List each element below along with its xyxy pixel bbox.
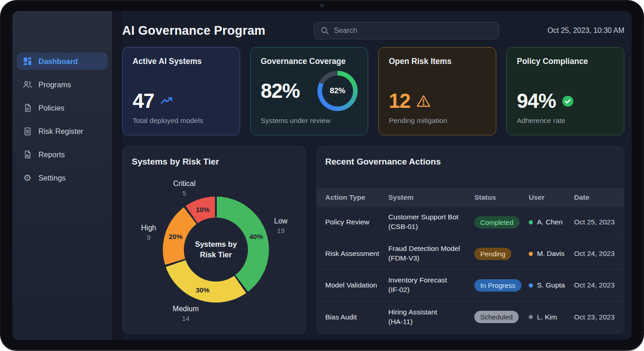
table-row[interactable]: Policy Review Customer Support Bot(CSB-0… bbox=[317, 207, 624, 238]
kpi-subtitle: Systems under review bbox=[261, 117, 358, 125]
search-input[interactable] bbox=[334, 27, 493, 35]
search-box[interactable] bbox=[314, 22, 499, 39]
sidebar-divider bbox=[112, 11, 122, 340]
cell-user: M. Davis bbox=[529, 250, 574, 258]
donut-pct-high: 20% bbox=[169, 233, 182, 240]
user-status-dot bbox=[529, 315, 533, 319]
donut-label-critical: Critical 5 bbox=[173, 179, 196, 198]
status-badge: Completed bbox=[474, 216, 520, 229]
datetime-label: Oct 25, 2023, 10:30 AM bbox=[547, 27, 624, 35]
trend-up-icon bbox=[160, 96, 174, 106]
user-status-dot bbox=[529, 252, 533, 256]
sidebar-item-label: Settings bbox=[38, 174, 66, 182]
check-circle-icon bbox=[562, 95, 574, 107]
cell-action: Risk Assessment bbox=[325, 250, 388, 258]
panel-title: Systems by Risk Tier bbox=[132, 157, 219, 167]
user-status-dot bbox=[529, 283, 533, 287]
governance-actions-panel: Recent Governance Actions Action Type Sy… bbox=[317, 146, 624, 334]
cell-user: S. Gupta bbox=[529, 281, 574, 289]
clipboard-list-icon bbox=[22, 126, 32, 136]
coverage-ring: 82% bbox=[317, 71, 358, 111]
cell-action: Model Validation bbox=[325, 281, 388, 289]
cell-system: Inventory Forecast(IF-02) bbox=[388, 276, 474, 295]
status-badge: Pending bbox=[474, 248, 511, 260]
main-content: AI Governance Program Oct 25, 2023, 10:3… bbox=[122, 11, 632, 340]
camera-icon bbox=[320, 3, 324, 8]
bottom-row: Systems by Risk Tier Critical 5 High 9 L… bbox=[122, 146, 624, 334]
kpi-title: Governance Coverage bbox=[261, 57, 358, 66]
risk-tier-panel: Systems by Risk Tier Critical 5 High 9 L… bbox=[122, 146, 306, 334]
sidebar-item-label: Policies bbox=[38, 104, 64, 112]
sidebar-item-policies[interactable]: Policies bbox=[17, 99, 107, 117]
cell-system: Customer Support Bot(CSB-01) bbox=[388, 213, 474, 232]
donut-label-high: High 9 bbox=[141, 223, 156, 242]
sidebar-item-label: Reports bbox=[38, 150, 65, 159]
cell-user: A. Chen bbox=[529, 218, 574, 226]
donut-pct-medium: 30% bbox=[196, 286, 209, 294]
cell-date: Oct 23, 2023 bbox=[574, 313, 624, 321]
cell-status: Completed bbox=[474, 216, 529, 229]
sidebar-item-programs[interactable]: Programs bbox=[17, 76, 107, 93]
cell-date: Oct 24, 2023 bbox=[574, 250, 624, 258]
page-title: AI Governance Program bbox=[122, 24, 265, 38]
donut-label-medium: Medium 14 bbox=[173, 304, 199, 323]
kpi-value: 94% bbox=[517, 91, 556, 111]
kpi-title: Open Risk Items bbox=[389, 57, 486, 66]
sidebar-item-settings[interactable]: ⚙ Settings bbox=[17, 169, 107, 186]
document-icon bbox=[22, 103, 32, 113]
table-row[interactable]: Model Validation Inventory Forecast(IF-0… bbox=[317, 270, 624, 301]
user-status-dot bbox=[529, 220, 533, 224]
cell-user: L. Kim bbox=[529, 313, 574, 321]
sidebar-item-risk-register[interactable]: Risk Register bbox=[17, 122, 107, 140]
kpi-subtitle: Adherence rate bbox=[517, 117, 614, 125]
dashboard-grid-icon bbox=[22, 56, 32, 66]
status-badge: Scheduled bbox=[474, 311, 519, 323]
table-row[interactable]: Bias Audit Hiring Assistant(HA-11) Sched… bbox=[317, 301, 624, 333]
cell-action: Policy Review bbox=[325, 218, 388, 226]
sidebar: Dashboard Programs bbox=[12, 11, 112, 340]
cell-date: Oct 24, 2023 bbox=[574, 281, 624, 289]
device-frame: Dashboard Programs bbox=[0, 0, 644, 351]
kpi-card-governance-coverage: Governance Coverage 82% 82% Systems unde… bbox=[250, 47, 368, 135]
sidebar-item-label: Programs bbox=[38, 80, 71, 89]
sidebar-item-label: Dashboard bbox=[38, 57, 78, 66]
donut-center-label: Systems by Risk Tier bbox=[163, 197, 269, 303]
kpi-value: 47 bbox=[133, 91, 154, 111]
kpi-card-policy-compliance: Policy Compliance 94% Adherence rate bbox=[506, 47, 624, 135]
risk-tier-donut: Systems by Risk Tier 40% 30% 20% 10% bbox=[163, 197, 269, 303]
kpi-title: Policy Compliance bbox=[517, 57, 614, 66]
table-header: Action Type System Status User Date bbox=[317, 188, 624, 207]
donut-pct-critical: 10% bbox=[196, 206, 209, 213]
ring-label: 82% bbox=[317, 71, 358, 111]
sidebar-item-reports[interactable]: Reports bbox=[17, 146, 107, 163]
search-icon bbox=[320, 26, 329, 35]
kpi-card-open-risk-items: Open Risk Items 12 Pending mitigation bbox=[378, 47, 496, 135]
status-badge: In Progress bbox=[474, 279, 521, 292]
app-screen: Dashboard Programs bbox=[12, 11, 632, 340]
cell-status: Pending bbox=[474, 248, 529, 260]
kpi-title: Active AI Systems bbox=[133, 57, 230, 66]
cell-status: In Progress bbox=[474, 279, 529, 292]
donut-pct-low: 40% bbox=[249, 233, 263, 240]
warning-icon bbox=[416, 94, 431, 108]
sidebar-item-dashboard[interactable]: Dashboard bbox=[17, 53, 107, 70]
kpi-value: 12 bbox=[389, 91, 410, 111]
table-body: Policy Review Customer Support Bot(CSB-0… bbox=[317, 207, 624, 333]
cell-action: Bias Audit bbox=[325, 313, 388, 321]
panel-title: Recent Governance Actions bbox=[325, 157, 441, 167]
cell-system: Fraud Detection Model(FDM-V3) bbox=[388, 244, 474, 263]
page-header: AI Governance Program Oct 25, 2023, 10:3… bbox=[122, 22, 624, 39]
people-icon bbox=[22, 80, 32, 90]
kpi-value: 82% bbox=[261, 81, 300, 101]
gear-icon: ⚙ bbox=[22, 173, 32, 183]
report-chart-icon bbox=[22, 149, 32, 160]
cell-status: Scheduled bbox=[474, 311, 529, 323]
kpi-row: Active AI Systems 47 Total deployed mode… bbox=[122, 47, 624, 135]
sidebar-item-label: Risk Register bbox=[38, 127, 83, 136]
cell-system: Hiring Assistant(HA-11) bbox=[388, 308, 474, 327]
cell-date: Oct 25, 2023 bbox=[574, 218, 624, 226]
donut-label-low: Low 19 bbox=[274, 216, 287, 235]
table-row[interactable]: Risk Assessment Fraud Detection Model(FD… bbox=[317, 238, 624, 270]
kpi-card-active-ai-systems: Active AI Systems 47 Total deployed mode… bbox=[122, 47, 240, 135]
kpi-subtitle: Pending mitigation bbox=[389, 117, 486, 125]
